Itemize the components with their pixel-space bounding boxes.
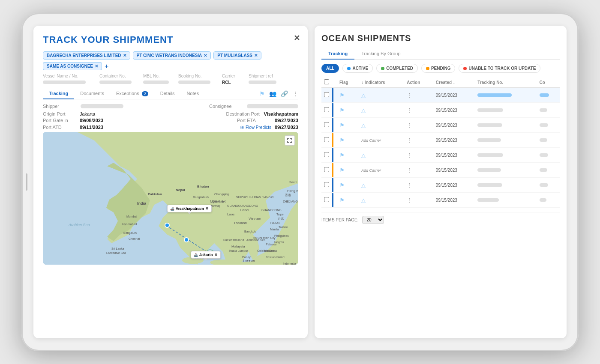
col-booking: Booking No. <box>178 74 217 78</box>
row-tracking-cell <box>475 163 537 178</box>
row-checkbox-4[interactable] <box>324 152 329 157</box>
row-date-cell: 09/15/2023 <box>433 133 475 148</box>
table-row: ⚑△⋮09/15/2023 <box>321 148 560 163</box>
flag-icon[interactable]: ⚑ <box>339 137 345 143</box>
more-action-icon[interactable]: ⋮ <box>407 167 413 173</box>
tab-tracking-group[interactable]: Tracking By Group <box>354 48 407 60</box>
row-tracking-cell <box>475 88 537 103</box>
row-indicator-cell <box>332 88 337 103</box>
filter-completed[interactable]: COMPLETED <box>376 64 418 73</box>
flag-icon[interactable]: ⚑ <box>339 167 345 173</box>
consignee-label: Consignee <box>209 104 243 109</box>
filter-pending[interactable]: PENDING <box>421 64 456 73</box>
close-visk[interactable]: ✕ <box>205 206 209 211</box>
tab-details[interactable]: Details <box>154 88 181 99</box>
tag-remove-1[interactable]: ✕ <box>204 53 207 58</box>
svg-text:Bengaluru: Bengaluru <box>123 231 137 235</box>
row-flag-cell: ⚑ <box>337 133 359 148</box>
row-indicator-bar <box>332 148 333 162</box>
row-indicator-bar <box>332 118 333 132</box>
add-tag-button[interactable]: + <box>105 62 108 70</box>
row-action-cell: ⋮ <box>404 163 433 178</box>
row-co-cell <box>537 88 560 103</box>
tag-remove-0[interactable]: ✕ <box>123 53 126 58</box>
tag-remove-3[interactable]: ✕ <box>95 64 98 69</box>
per-page-select[interactable]: 20 50 100 <box>362 216 384 224</box>
row-checkbox-5[interactable] <box>324 167 329 172</box>
row-indicators-cell: △ <box>359 178 404 193</box>
tab-notes[interactable]: Notes <box>180 88 205 99</box>
unable-dot <box>463 67 467 70</box>
select-all-checkbox[interactable] <box>324 79 329 84</box>
row-checkbox-6[interactable] <box>324 182 329 187</box>
add-carrier[interactable]: Add Carrier <box>361 138 381 143</box>
svg-text:Laos: Laos <box>227 212 234 216</box>
flag-icon[interactable]: ⚑ <box>339 107 345 113</box>
flag-icon[interactable]: ⚑ <box>339 92 345 98</box>
port-atd-value: 09/11/2023 <box>80 125 103 130</box>
filter-all[interactable]: ALL <box>321 64 339 73</box>
tab-exceptions[interactable]: Exceptions 2 <box>110 88 154 99</box>
more-action-icon[interactable]: ⋮ <box>407 92 413 98</box>
row-indicators-cell: △ <box>359 148 404 163</box>
svg-text:香港: 香港 <box>285 194 291 197</box>
more-action-icon[interactable]: ⋮ <box>407 197 413 203</box>
flag-icon[interactable]: ⚑ <box>339 122 345 128</box>
tab-tracking-right[interactable]: Tracking <box>321 48 354 60</box>
row-indicator-cell <box>332 148 337 163</box>
row-flag-cell: ⚑ <box>337 118 359 133</box>
tag-bagrecha: BAGRECHA ENTERPRISES LIMITED ✕ <box>43 51 130 60</box>
svg-text:GUIZHOU HUNAN JIANGXI: GUIZHOU HUNAN JIANGXI <box>236 196 273 199</box>
filter-row: ALL ACTIVE COMPLETED PENDING UNABLE TO T… <box>321 64 560 73</box>
row-indicator-bar <box>332 103 333 117</box>
flag-icon[interactable]: ⚑ <box>339 152 345 158</box>
people-icon[interactable]: 👥 <box>269 90 276 97</box>
more-action-icon[interactable]: ⋮ <box>407 122 413 128</box>
more-action-icon[interactable]: ⋮ <box>407 107 413 113</box>
carrier-value: RCL <box>222 80 243 85</box>
row-date-cell: 09/15/2023 <box>433 103 475 118</box>
row-checkbox-1[interactable] <box>324 107 329 112</box>
row-checkbox-2[interactable] <box>324 122 329 127</box>
flag-icon[interactable]: ⚑ <box>339 197 345 203</box>
tab-documents[interactable]: Documents <box>74 88 110 99</box>
svg-point-10 <box>184 238 189 242</box>
row-indicator-bar <box>332 163 333 177</box>
svg-text:Bangkok: Bangkok <box>244 230 256 233</box>
flag-icon[interactable]: ⚑ <box>259 90 265 97</box>
triangle-icon: △ <box>361 92 366 98</box>
flag-icon[interactable]: ⚑ <box>339 182 345 188</box>
row-flag-cell: ⚑ <box>337 103 359 118</box>
svg-text:Hyderabad: Hyderabad <box>122 223 137 226</box>
svg-text:Bhutan: Bhutan <box>197 185 209 188</box>
tabs-row: Tracking Documents Exceptions 2 Details … <box>43 88 298 99</box>
more-icon[interactable]: ⋮ <box>292 90 298 97</box>
filter-active[interactable]: ACTIVE <box>342 64 373 73</box>
close-button[interactable]: ✕ <box>294 33 300 43</box>
close-jakarta[interactable]: ✕ <box>214 253 218 257</box>
row-co-cell <box>537 148 560 163</box>
row-checkbox-3[interactable] <box>324 137 329 142</box>
row-indicator-cell <box>332 103 337 118</box>
row-flag-cell: ⚑ <box>337 88 359 103</box>
row-checkbox-cell <box>321 193 332 208</box>
svg-text:Arabian Sea: Arabian Sea <box>68 223 90 227</box>
more-action-icon[interactable]: ⋮ <box>407 137 413 143</box>
row-checkbox-0[interactable] <box>324 92 329 97</box>
table-row: ⚑Add Carrier⋮09/15/2023 <box>321 163 560 178</box>
map-expand-button[interactable] <box>285 135 295 146</box>
svg-text:Sin●●ore: Sin●●ore <box>243 259 255 262</box>
link-icon[interactable]: 🔗 <box>281 90 288 97</box>
col-created-header[interactable]: Created ↓ <box>433 77 475 88</box>
map-container: Arabian Sea Pakistan Nepal Bhutan Bangla… <box>43 132 298 265</box>
tab-tracking[interactable]: Tracking <box>43 88 74 99</box>
table-row: ⚑△⋮09/15/2023 <box>321 178 560 193</box>
more-action-icon[interactable]: ⋮ <box>407 152 413 158</box>
more-action-icon[interactable]: ⋮ <box>407 182 413 188</box>
row-action-cell: ⋮ <box>404 118 433 133</box>
add-carrier[interactable]: Add Carrier <box>361 168 381 173</box>
tag-remove-2[interactable]: ✕ <box>254 53 258 58</box>
row-co-cell <box>537 103 560 118</box>
row-checkbox-7[interactable] <box>324 197 329 202</box>
filter-unable[interactable]: UNABLE TO TRACK OR UPDATE <box>459 64 540 73</box>
